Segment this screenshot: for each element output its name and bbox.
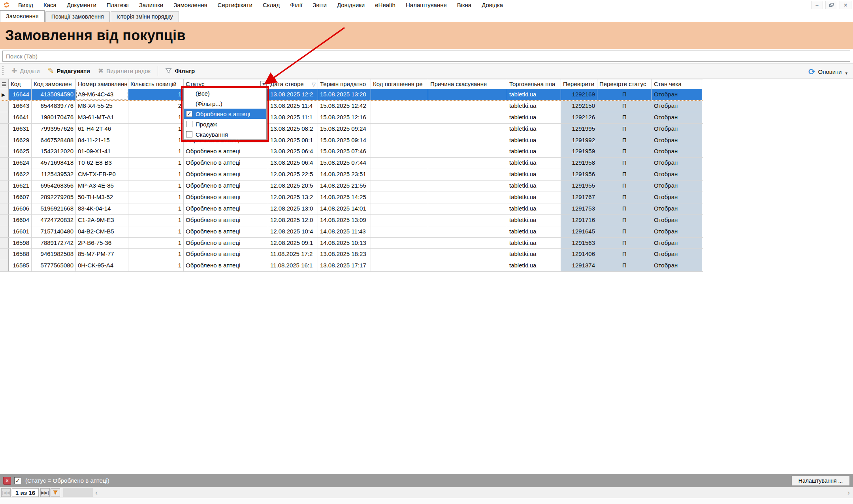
cell-redemption_code[interactable] — [371, 101, 428, 112]
cell-order_number[interactable]: 83-4K-04-14 — [76, 203, 128, 214]
cell-check_status[interactable]: П — [597, 260, 652, 271]
cell-created[interactable]: 12.08.2025 13:2 — [268, 192, 318, 203]
cell-check_status[interactable]: П — [597, 238, 652, 249]
cell-code[interactable]: 16621 — [9, 181, 32, 192]
cell-code[interactable]: 16631 — [9, 124, 32, 135]
cell-status[interactable]: Оброблено в аптеці — [184, 260, 268, 271]
cell-check_status[interactable]: П — [597, 101, 652, 112]
table-row-16625[interactable]: 16625154231202001-09-X1-411Оброблено в а… — [0, 146, 703, 158]
cell-check_status[interactable]: П — [597, 192, 652, 203]
cell-order_number[interactable]: CM-TX-EB-P0 — [76, 169, 128, 180]
column-header-qty[interactable]: Кількість позицій — [128, 79, 184, 89]
column-header-valid_until[interactable]: Термін придатно — [318, 79, 371, 89]
delete-row-button[interactable]: ✖ Видалити рядок — [94, 65, 154, 77]
cell-receipt_state[interactable]: Отобран — [652, 112, 702, 123]
cell-platform[interactable]: tabletki.ua — [507, 238, 561, 249]
cell-code[interactable]: 16644 — [9, 89, 32, 100]
cell-order_code[interactable]: 1542312020 — [32, 146, 76, 157]
menu-item-7[interactable]: Сертифікати — [213, 2, 258, 8]
cell-check_number[interactable]: 1291992 — [561, 135, 597, 146]
cell-qty[interactable]: 1 — [128, 203, 184, 214]
cell-status[interactable]: Оброблено в аптеці — [184, 249, 268, 260]
cell-receipt_state[interactable]: Отобран — [652, 226, 702, 237]
cell-redemption_code[interactable] — [371, 238, 428, 249]
filter-enabled-checkbox[interactable]: ✓ — [14, 477, 21, 484]
cell-order_code[interactable]: 5196921668 — [32, 203, 76, 214]
cell-order_code[interactable]: 6467528488 — [32, 135, 76, 146]
cell-valid_until[interactable]: 14.08.2025 13:09 — [318, 215, 371, 226]
cell-redemption_code[interactable] — [371, 215, 428, 226]
column-header-order_code[interactable]: Код замовлен — [32, 79, 76, 89]
cell-receipt_state[interactable]: Отобран — [652, 158, 702, 169]
cell-order_code[interactable]: 7889172742 — [32, 238, 76, 249]
cell-check_status[interactable]: П — [597, 112, 652, 123]
horizontal-scrollbar-thumb[interactable] — [63, 488, 93, 497]
cell-order_code[interactable]: 9461982508 — [32, 249, 76, 260]
menu-item-15[interactable]: Довідка — [476, 2, 508, 8]
cell-platform[interactable]: tabletki.ua — [507, 112, 561, 123]
cell-redemption_code[interactable] — [371, 112, 428, 123]
cell-order_number[interactable]: 84-11-21-15 — [76, 135, 128, 146]
cell-qty[interactable]: 1 — [128, 158, 184, 169]
cell-receipt_state[interactable]: Отобран — [652, 181, 702, 192]
menu-item-12[interactable]: eHealth — [370, 2, 401, 8]
column-header-order_number[interactable]: Номер замовленн — [76, 79, 128, 89]
toolbar-grip-handle[interactable] — [2, 66, 4, 76]
cell-qty[interactable]: 1 — [128, 260, 184, 271]
cell-status[interactable]: Оброблено в аптеці — [184, 226, 268, 237]
cell-code[interactable]: 16624 — [9, 158, 32, 169]
cell-cancel_reason[interactable] — [428, 238, 507, 249]
cell-order_code[interactable]: 4135094590 — [32, 89, 76, 100]
table-row-16622[interactable]: 166221125439532CM-TX-EB-P01Оброблено в а… — [0, 169, 703, 181]
cell-status[interactable]: Оброблено в аптеці — [184, 146, 268, 157]
cell-check_status[interactable]: П — [597, 158, 652, 169]
cell-redemption_code[interactable] — [371, 249, 428, 260]
cell-cancel_reason[interactable] — [428, 203, 507, 214]
table-row-16624[interactable]: 166244571698418T0-62-E8-B31Оброблено в а… — [0, 158, 703, 169]
column-header-check_status[interactable]: Перевірте статус — [597, 79, 652, 89]
cell-order_number[interactable]: M8-X4-55-25 — [76, 101, 128, 112]
cell-platform[interactable]: tabletki.ua — [507, 101, 561, 112]
cell-order_number[interactable]: 01-09-X1-41 — [76, 146, 128, 157]
cell-platform[interactable]: tabletki.ua — [507, 124, 561, 135]
cell-check_status[interactable]: П — [597, 215, 652, 226]
menu-item-5[interactable]: Залишки — [134, 2, 169, 8]
table-row-16631[interactable]: 16631799395762661-H4-2T-461Оброблено в а… — [0, 124, 703, 135]
cell-receipt_state[interactable]: Отобран — [652, 260, 702, 271]
cell-check_number[interactable]: 1291955 — [561, 181, 597, 192]
cell-code[interactable]: 16585 — [9, 260, 32, 271]
cell-code[interactable]: 16643 — [9, 101, 32, 112]
cell-valid_until[interactable]: 13.08.2025 17:17 — [318, 260, 371, 271]
cell-qty[interactable]: 1 — [128, 192, 184, 203]
cell-check_number[interactable]: 1291406 — [561, 249, 597, 260]
cell-cancel_reason[interactable] — [428, 101, 507, 112]
tab-1[interactable]: Замовлення — [0, 10, 45, 22]
cell-check_status[interactable]: П — [597, 203, 652, 214]
filter-popup-item-5[interactable]: Скасування — [184, 129, 266, 139]
cell-order_number[interactable]: T0-62-E8-B3 — [76, 158, 128, 169]
cell-check_status[interactable]: П — [597, 249, 652, 260]
cell-code[interactable]: 16607 — [9, 192, 32, 203]
cell-check_number[interactable]: 1291958 — [561, 158, 597, 169]
cell-receipt_state[interactable]: Отобран — [652, 89, 702, 100]
search-input[interactable] — [2, 51, 850, 62]
cell-valid_until[interactable]: 15.08.2025 07:44 — [318, 158, 371, 169]
cell-valid_until[interactable]: 15.08.2025 09:24 — [318, 124, 371, 135]
cell-valid_until[interactable]: 14.08.2025 11:43 — [318, 226, 371, 237]
cell-created[interactable]: 13.08.2025 12:2 — [268, 89, 318, 100]
menu-item-4[interactable]: Платежі — [102, 2, 134, 8]
cell-qty[interactable]: 1 — [128, 112, 184, 123]
table-row-16621[interactable]: 166216954268356MP-A3-4E-851Оброблено в а… — [0, 181, 703, 192]
cell-qty[interactable]: 1 — [128, 89, 184, 100]
cell-receipt_state[interactable]: Отобран — [652, 249, 702, 260]
filter-popup-item-2[interactable]: (Фільтр...) — [184, 98, 266, 109]
cell-created[interactable]: 13.08.2025 06:4 — [268, 158, 318, 169]
cell-valid_until[interactable]: 15.08.2025 07:46 — [318, 146, 371, 157]
cell-qty[interactable]: 2 — [128, 101, 184, 112]
cell-cancel_reason[interactable] — [428, 181, 507, 192]
cell-order_code[interactable]: 1125439532 — [32, 169, 76, 180]
cell-redemption_code[interactable] — [371, 169, 428, 180]
column-header-redemption_code[interactable]: Код погашення ре — [371, 79, 428, 89]
cell-qty[interactable]: 1 — [128, 169, 184, 180]
cell-status[interactable]: Оброблено в аптеці — [184, 169, 268, 180]
